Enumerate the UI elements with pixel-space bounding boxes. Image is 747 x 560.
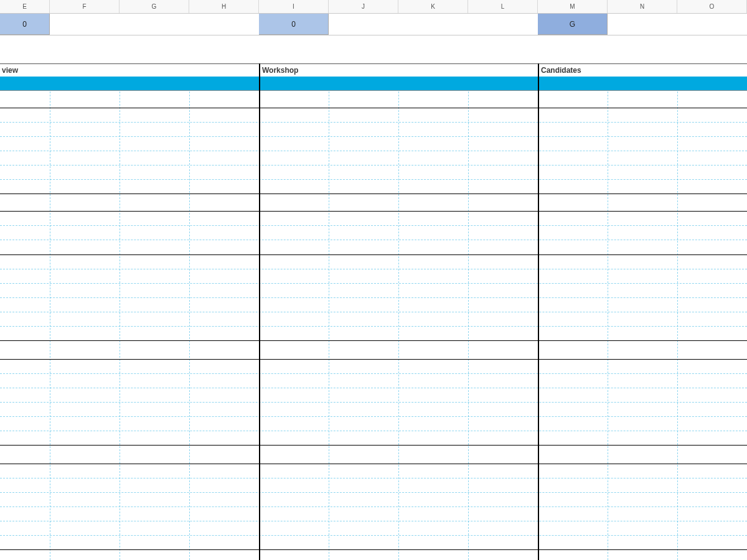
col-header-H[interactable]: H (189, 0, 259, 13)
section-label-view[interactable]: view (0, 63, 259, 77)
row-solid (0, 254, 747, 255)
col-divider (608, 14, 608, 560)
col-header-L[interactable]: L (468, 0, 538, 13)
row-solid (0, 549, 747, 550)
col-divider (677, 14, 678, 560)
col-header-M[interactable]: M (538, 0, 608, 13)
col-divider (398, 14, 399, 560)
section-divider-vertical (259, 14, 260, 560)
row-dashed (0, 179, 747, 180)
row-dashed (0, 225, 747, 226)
row-dashed (0, 535, 747, 536)
row-dashed (0, 326, 747, 327)
section-cyan-band[interactable] (0, 77, 747, 90)
section-divider-vertical (259, 63, 260, 560)
row-dashed (0, 122, 747, 123)
col-header-G[interactable]: G (120, 0, 189, 13)
col-header-O[interactable]: O (677, 0, 747, 13)
section-divider-vertical (538, 14, 539, 560)
section-label-candidates[interactable]: Candidates (539, 63, 747, 77)
row-dashed (0, 431, 747, 431)
col-header-J[interactable]: J (329, 0, 398, 13)
spreadsheet-grid[interactable]: 0 0 G view Workshop Candidates 0 0 G (0, 14, 747, 560)
cell-I-row1[interactable]: 0 (259, 14, 329, 35)
row-dashed (0, 521, 747, 521)
row-dashed (0, 297, 747, 298)
mask-top (0, 14, 747, 63)
row-dashed (0, 312, 747, 312)
section-divider-vertical (538, 77, 539, 90)
row-dashed (0, 492, 747, 493)
col-divider (120, 14, 120, 560)
row-solid (0, 108, 747, 108)
row-dashed (0, 151, 747, 151)
col-header-I[interactable]: I (259, 0, 329, 13)
row-solid (0, 340, 747, 341)
row-solid (0, 464, 747, 464)
section-divider-vertical (259, 77, 260, 90)
col-header-N[interactable]: N (608, 0, 677, 13)
row-divider (0, 35, 747, 35)
row-solid (0, 445, 747, 446)
section-label-workshop[interactable]: Workshop (260, 63, 538, 77)
row-solid (0, 211, 747, 212)
col-header-E[interactable]: E (0, 0, 50, 13)
col-divider (329, 14, 329, 560)
col-divider (189, 14, 190, 560)
cell-M-row1[interactable]: G (538, 14, 608, 35)
col-divider (468, 14, 469, 560)
row-solid (0, 359, 747, 360)
row-dashed (0, 283, 747, 284)
row-solid (0, 194, 747, 194)
row-dashed (0, 240, 747, 240)
row-dashed (0, 136, 747, 137)
row-dashed (0, 269, 747, 269)
row-dashed (0, 416, 747, 417)
col-header-K[interactable]: K (398, 0, 468, 13)
row-dashed (0, 373, 747, 374)
section-divider-vertical (538, 63, 539, 560)
cell-E-row1[interactable]: 0 (0, 14, 50, 35)
row-dashed (0, 165, 747, 166)
column-header-row: E F G H I J K L M N O (0, 0, 747, 14)
row-dashed (0, 478, 747, 478)
cyan-band-bottom (0, 90, 747, 91)
row-dashed (0, 388, 747, 388)
col-header-F[interactable]: F (50, 0, 120, 13)
row-dashed (0, 402, 747, 403)
col-divider (50, 14, 50, 560)
row-dashed (0, 506, 747, 507)
